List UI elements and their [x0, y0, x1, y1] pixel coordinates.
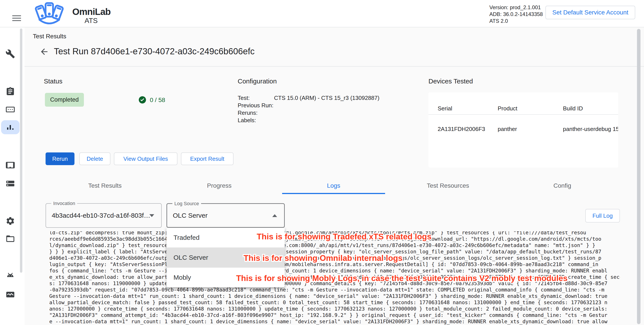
tab-test-results[interactable]: Test Results [48, 180, 162, 192]
ats-version-line: ATS 2.0 [489, 18, 543, 24]
sidebar-item-clipboard-icon[interactable] [6, 87, 15, 96]
table-divider [428, 114, 618, 115]
devices-tested-heading: Devices Tested [428, 78, 473, 85]
device-build-id-cell: panther-userdebug 15 r [563, 126, 618, 132]
delete-button[interactable]: Delete [79, 152, 110, 165]
annotation-text: This is for showing Tradefed xTS related… [257, 232, 432, 241]
tab-progress[interactable]: Progress [162, 180, 276, 192]
status-heading: Status [44, 78, 62, 85]
main-scrollbar[interactable] [637, 29, 640, 324]
check-circle-icon [138, 96, 146, 104]
hamburger-menu-icon[interactable] [12, 15, 21, 22]
sidebar-item-test-results-bar-chart-icon[interactable] [6, 122, 15, 132]
tab-test-resources[interactable]: Test Resources [391, 180, 505, 192]
content-scrollbar[interactable] [20, 28, 22, 273]
view-output-files-button[interactable]: View Output Files [114, 152, 178, 165]
config-row-test: Test:CTS 15.0 (ARM) - CTS 15_r3 (1309288… [238, 94, 422, 102]
device-serial-cell: 2A131FDH2006F3 [438, 126, 485, 132]
tab-config[interactable]: Config [505, 180, 620, 192]
failed-test-ratio: 0 / 58 [150, 96, 165, 104]
sidebar-item-devices-tablet-icon[interactable] [6, 160, 15, 170]
device-product-cell: panther [498, 126, 517, 132]
log-line: fos { command_line: "cts -m Gesture --in… [49, 268, 620, 274]
app-title: OmniLab [72, 6, 110, 17]
sidebar-item-settings-gear-icon[interactable] [6, 216, 15, 226]
back-arrow-icon[interactable] [40, 47, 49, 56]
adb-version-line: ADB: 36.0.2-14143358 [489, 11, 543, 18]
config-label: Previous Run: [238, 102, 274, 109]
sidebar-item-folder-icon[interactable] [6, 234, 15, 244]
sidebar-item-test-plan-icon[interactable] [6, 105, 15, 114]
version-info: Version: prod_2.1.001 ADB: 36.0.2-141433… [489, 4, 543, 24]
config-row-previous-run: Previous Run: [238, 102, 422, 109]
status-badge: Completed [45, 93, 84, 107]
chevron-up-icon [272, 214, 277, 217]
page-title: Test Run 87d406e1-e730-4072-a03c-249c6b6… [54, 46, 254, 56]
column-header-serial: Serial [438, 105, 452, 112]
log-source-select[interactable]: Log Source OLC Server [166, 203, 285, 228]
config-label: Labels: [238, 117, 274, 124]
divider [24, 66, 644, 66]
full-log-button[interactable]: Full Log [585, 209, 620, 222]
devices-table: Serial Product Build ID 2A131FDH2006F3 p… [428, 92, 618, 168]
annotation-text: This is for showing Mobly Logs, in case … [236, 274, 568, 283]
column-header-product: Product [498, 105, 518, 112]
log-line: allow_partial_device_match: false } pass… [49, 300, 620, 306]
column-header-build-id: Build ID [563, 105, 618, 112]
log-line: -0a79235393db" request_id: "07dd7853-09c… [49, 287, 620, 293]
configuration-heading: Configuration [238, 78, 277, 85]
rerun-button[interactable]: Rerun [46, 152, 74, 165]
version-line: Version: prod_2.1.001 [489, 4, 543, 11]
sidebar-item-device-wave-icon[interactable] [6, 290, 15, 300]
invocation-value: 4b3acd44-eb10-37cd-a16f-803f… [52, 204, 150, 227]
config-label: Reruns: [238, 110, 274, 116]
log-line: "2A131FDH2006F3" command_attempt_id: "4b… [49, 312, 620, 318]
app-subtitle: ATS [84, 17, 98, 25]
sidebar-item-android-icon[interactable] [6, 272, 15, 282]
app-header: OmniLab ATS Version: prod_2.1.001 ADB: 3… [0, 0, 644, 28]
log-line: l/dynamic_download.zip" } test_resources… [49, 242, 620, 248]
log-line: anos: 127000000 } create_time { seconds:… [49, 306, 620, 312]
set-default-service-account-button[interactable]: Set Default Service Account [546, 6, 635, 19]
log-line: e --invocation-data mtt=1" run_count: 1 … [49, 318, 620, 325]
log-line: Gesture --invocation-data mtt=1" run_cou… [49, 293, 620, 300]
config-row-labels: Labels: [238, 117, 422, 124]
annotation-text: This is for showing Omnilab internal log… [244, 254, 402, 263]
config-value: CTS 15.0 (ARM) - CTS 15_r3 (13092887) [274, 94, 380, 101]
breadcrumb: Test Results [33, 33, 66, 40]
sidebar-item-build-wrench-icon[interactable] [6, 49, 15, 59]
chevron-down-icon [150, 214, 154, 217]
sidebar-item-storage-icon[interactable] [6, 179, 15, 188]
export-result-button[interactable]: Export Result [181, 152, 234, 165]
tab-logs[interactable]: Logs [276, 180, 391, 192]
omnilab-logo-icon [31, 1, 68, 26]
tab-bar: Test Results Progress Logs Test Resource… [48, 180, 620, 192]
invocation-select[interactable]: Invocation 4b3acd44-eb10-37cd-a16f-803f… [46, 203, 162, 228]
config-row-reruns: Reruns: [238, 110, 422, 116]
log-source-value: OLC Server [173, 204, 208, 227]
sidebar-nav [0, 28, 24, 325]
config-label: Test: [238, 94, 274, 102]
